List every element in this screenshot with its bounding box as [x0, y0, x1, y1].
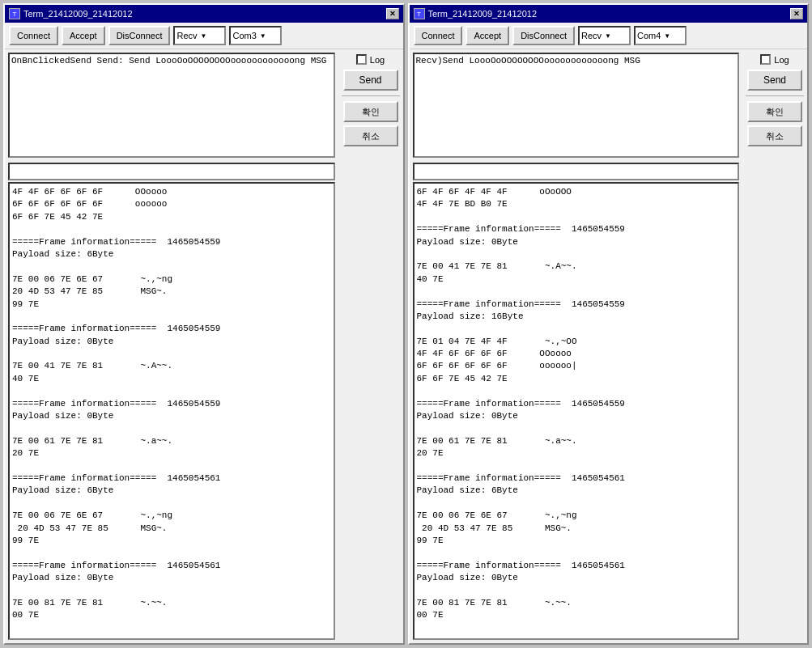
left-content-panel: OnBnClickedSend Send: Send LoooOoOOOOOOO…	[5, 49, 338, 643]
right-main-area: Recv)Send LoooOoOOOOOOOOoooooooooooong M…	[410, 49, 808, 643]
right-confirm-button[interactable]: 확인	[747, 101, 802, 122]
right-window-icon: T	[414, 8, 425, 19]
right-toolbar: Connect Accept DisConnect Recv ▼ Com4 ▼	[410, 23, 808, 49]
left-message-area[interactable]: OnBnClickedSend Send: Send LoooOoOOOOOOO…	[8, 53, 335, 158]
left-main-area: OnBnClickedSend Send: Send LoooOoOOOOOOO…	[5, 49, 403, 643]
left-title-bar: T Term_21412009_21412012 ✕	[5, 5, 403, 23]
left-window: T Term_21412009_21412012 ✕ Connect Accep…	[3, 3, 405, 645]
left-recv-dropdown[interactable]: Recv ▼	[173, 26, 226, 45]
right-divider	[746, 95, 804, 96]
left-accept-button[interactable]: Accept	[62, 26, 105, 45]
left-confirm-button[interactable]: 확인	[343, 101, 398, 122]
left-right-panel: Log Send 확인 취소	[338, 49, 403, 643]
left-recv-arrow-icon: ▼	[201, 32, 207, 40]
left-send-input[interactable]	[8, 163, 335, 180]
left-window-icon: T	[9, 8, 20, 19]
right-recv-dropdown[interactable]: Recv ▼	[578, 26, 631, 45]
right-message-area[interactable]: Recv)Send LoooOoOOOOOOOOoooooooooooong M…	[413, 53, 740, 158]
left-com-dropdown[interactable]: Com3 ▼	[229, 26, 282, 45]
right-send-input[interactable]	[413, 163, 740, 180]
left-disconnect-button[interactable]: DisConnect	[108, 26, 171, 45]
right-log-checkbox[interactable]	[760, 54, 771, 65]
left-log-label: Log	[370, 55, 385, 65]
left-log-checkbox[interactable]	[356, 54, 367, 65]
left-send-button[interactable]: Send	[343, 70, 398, 91]
right-connect-button[interactable]: Connect	[414, 26, 463, 45]
right-close-button[interactable]: ✕	[790, 8, 803, 19]
right-window: T Term_21412009_21412012 ✕ Connect Accep…	[408, 3, 810, 645]
left-log-row: Log	[356, 53, 385, 66]
left-window-title: Term_21412009_21412012	[23, 9, 133, 19]
right-log-label: Log	[774, 55, 789, 65]
right-window-title: Term_21412009_21412012	[428, 9, 538, 19]
left-cancel-button[interactable]: 취소	[343, 125, 398, 146]
right-right-panel: Log Send 확인 취소	[742, 49, 807, 643]
right-title-bar: T Term_21412009_21412012 ✕	[410, 5, 808, 23]
right-log-row: Log	[760, 53, 789, 66]
left-toolbar: Connect Accept DisConnect Recv ▼ Com3 ▼	[5, 23, 403, 49]
left-data-area[interactable]: 4F 4F 6F 6F 6F 6F OOoooo 6F 6F 6F 6F 6F …	[8, 182, 335, 640]
right-accept-button[interactable]: Accept	[466, 26, 509, 45]
right-data-area[interactable]: 6F 4F 6F 4F 4F 4F oOoOOO 4F 4F 7E BD B0 …	[413, 182, 740, 640]
left-divider	[342, 95, 400, 96]
right-disconnect-button[interactable]: DisConnect	[512, 26, 575, 45]
right-com-dropdown[interactable]: Com4 ▼	[634, 26, 687, 45]
left-connect-button[interactable]: Connect	[9, 26, 58, 45]
right-recv-arrow-icon: ▼	[605, 32, 611, 40]
right-send-button[interactable]: Send	[747, 70, 802, 91]
left-close-button[interactable]: ✕	[386, 8, 399, 19]
right-com-arrow-icon: ▼	[664, 32, 670, 40]
right-content-panel: Recv)Send LoooOoOOOOOOOOoooooooooooong M…	[410, 49, 743, 643]
left-com-arrow-icon: ▼	[260, 32, 266, 40]
right-cancel-button[interactable]: 취소	[747, 125, 802, 146]
